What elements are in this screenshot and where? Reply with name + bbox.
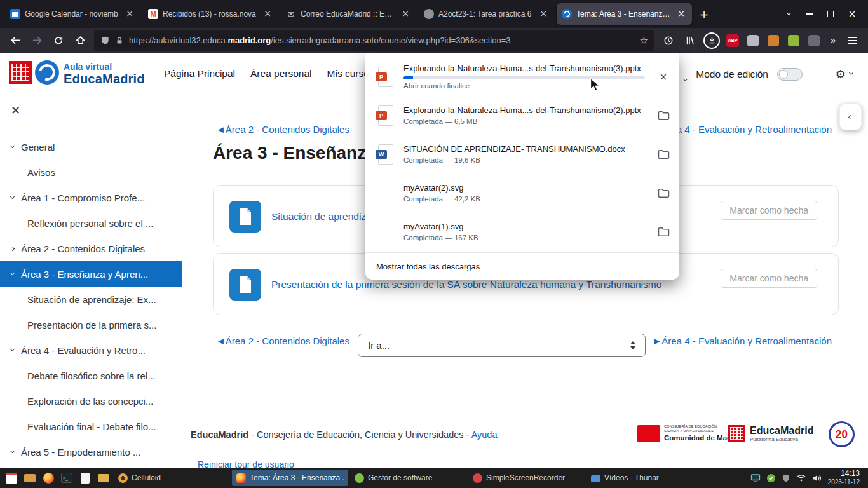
gmail-favicon-icon: M	[148, 9, 158, 19]
forward-button[interactable]	[27, 31, 47, 50]
tracking-shield-icon[interactable]	[100, 36, 110, 45]
clock-icon	[663, 36, 674, 46]
tab-close-icon[interactable]: ×	[124, 8, 135, 20]
tab-close-icon[interactable]: ×	[262, 8, 273, 20]
sidebar-item-exploracion[interactable]: Exploración de las concepci...	[0, 388, 182, 414]
educamadrid-grid-logo[interactable]	[9, 61, 32, 84]
mark-done-button[interactable]: Marcar como hecha	[721, 201, 817, 220]
footer-brand: EducaMadrid	[191, 430, 248, 440]
aula-virtual-circle-logo[interactable]	[35, 60, 59, 85]
download-info: myAvatar(1).svg Completada — 167 KB	[403, 222, 645, 241]
window-maximize-button[interactable]	[820, 0, 841, 28]
launcher-calendar-icon[interactable]	[3, 470, 20, 486]
display-tray-icon[interactable]	[750, 473, 761, 483]
launcher-files-icon[interactable]	[22, 470, 38, 486]
reload-button[interactable]	[48, 31, 69, 50]
taskbar-window-thunar[interactable]: Vídeos - Thunar	[587, 470, 703, 486]
history-button[interactable]	[658, 31, 679, 50]
download-item-in-progress[interactable]: P Explorando-la-Naturaleza-Huma...s-del-…	[365, 57, 679, 96]
sidebar-item-debate[interactable]: Debate filosófico sobre la rel...	[0, 363, 182, 388]
downloads-button[interactable]	[703, 32, 720, 49]
sidebar-item-presentacion[interactable]: Presentación de la primera s...	[0, 312, 182, 337]
adblock-plus-icon[interactable]: ABP	[726, 34, 739, 47]
extension-gray-icon[interactable]	[808, 35, 820, 46]
tab-close-icon[interactable]: ×	[400, 8, 411, 20]
taskbar-window-firefox-active[interactable]: Tema: Área 3 - Enseñanza ...	[232, 470, 348, 486]
footer-help-link[interactable]: Ayuda	[471, 430, 498, 440]
activity-link-situacion[interactable]: Situación de aprendiza	[271, 211, 372, 222]
menu-button[interactable]	[843, 31, 863, 50]
open-containing-folder-button[interactable]	[653, 144, 674, 165]
shield-check-tray-icon[interactable]	[766, 473, 776, 483]
taskbar-window-screenrecorder[interactable]: SimpleScreenRecorder	[468, 470, 585, 486]
tab-close-icon[interactable]: ×	[538, 8, 549, 20]
nav-area-personal[interactable]: Área personal	[250, 68, 312, 79]
activity-link-presentacion[interactable]: Presentación de la primera sesión de la …	[271, 279, 661, 290]
open-block-drawer-button[interactable]	[839, 104, 862, 130]
mark-done-button[interactable]: Marcar como hecha	[721, 269, 817, 288]
sidebar-section-area3-active[interactable]: Área 3 - Enseñanza y Apren...	[0, 261, 182, 287]
download-item[interactable]: P Explorando-la-Naturaleza-Huma...s-del-…	[365, 96, 679, 135]
prev-section-link-bottom[interactable]: ◄Área 2 - Contenidos Digitales	[216, 336, 349, 346]
sidebar-section-area1[interactable]: Área 1 - Compromiso Profe...	[0, 185, 182, 210]
bookmark-star-icon[interactable]: ☆	[640, 35, 648, 46]
download-item[interactable]: myAvatar(2).svg Completada — 42,2 KB	[365, 173, 679, 212]
sidebar-item-reflexion[interactable]: Reflexión personal sobre el ...	[0, 210, 182, 236]
launcher-firefox-icon[interactable]	[40, 470, 57, 486]
nav-pagina-principal[interactable]: Página Principal	[164, 68, 235, 79]
shield-tray-icon[interactable]	[782, 473, 790, 483]
prev-section-link-top[interactable]: ◄Área 2 - Contenidos Digitales	[216, 124, 349, 135]
volume-tray-icon[interactable]	[812, 473, 822, 483]
back-button[interactable]	[5, 31, 25, 50]
wifi-tray-icon[interactable]	[796, 473, 806, 482]
tab-tarea-practica[interactable]: A2oct23-1: Tarea práctica 6 ×	[419, 3, 554, 25]
edit-mode-toggle[interactable]	[777, 68, 803, 81]
library-button[interactable]	[680, 31, 700, 50]
open-containing-folder-button[interactable]	[653, 221, 674, 243]
launcher-notes-icon[interactable]	[77, 470, 93, 486]
new-tab-button[interactable]: +	[695, 4, 714, 24]
launcher-folder-icon[interactable]	[95, 470, 112, 486]
download-item[interactable]: W SITUACIÓN DE APRENDIZAJE- TRANSHUMANIS…	[365, 135, 679, 173]
sidebar-section-area5[interactable]: Área 5 - Empoderamiento ...	[0, 439, 182, 464]
settings-menu-button[interactable]: ⚙	[836, 67, 853, 81]
lock-icon[interactable]	[115, 36, 124, 45]
sidebar-section-area2[interactable]: Área 2 - Contenidos Digitales	[0, 236, 182, 261]
list-all-tabs-button[interactable]	[779, 4, 798, 24]
system-tray: 14:13 2023-11-12	[750, 469, 865, 487]
tab-tema-area3-active[interactable]: Tema: Área 3 - Enseñanza y ×	[557, 3, 692, 25]
tab-close-icon[interactable]: ×	[675, 8, 687, 20]
sidebar-item-evaluacion-final[interactable]: Evaluación final - Debate filo...	[0, 414, 182, 439]
taskbar-window-software-manager[interactable]: Gestor de software	[350, 470, 466, 486]
nav-more-chevron-icon[interactable]	[684, 72, 687, 83]
sidebar-item-avisos[interactable]: Avisos	[0, 159, 182, 185]
toolbar-overflow-button[interactable]: »	[825, 35, 841, 46]
open-containing-folder-button[interactable]	[653, 182, 674, 204]
taskbar-clock[interactable]: 14:13 2023-11-12	[828, 469, 860, 487]
tab-gmail-inbox[interactable]: M Recibidos (13) - rossa.nova ×	[143, 3, 278, 25]
sidebar-section-general[interactable]: General	[0, 134, 182, 159]
site-brand[interactable]: Aula virtual EducaMadrid	[64, 62, 145, 86]
sidebar-section-area4[interactable]: Área 4 - Evaluación y Retro...	[0, 337, 182, 363]
next-section-link-bottom[interactable]: ►Área 4 - Evaluación y Retroalimentación	[653, 336, 832, 346]
home-button[interactable]	[70, 31, 90, 50]
extension-notes-icon[interactable]	[747, 35, 759, 46]
download-item[interactable]: myAvatar(1).svg Completada — 167 KB	[365, 212, 679, 251]
tab-correo-educamadrid[interactable]: ✉ Correo EducaMadrid :: Entra ×	[281, 3, 416, 25]
close-course-index-button[interactable]: ×	[11, 104, 20, 116]
window-minimize-button[interactable]	[798, 0, 820, 28]
svg-image-thumbnail	[376, 222, 396, 242]
extension-orange-icon[interactable]	[768, 35, 779, 46]
jump-to-select[interactable]: Ir a...	[358, 334, 646, 357]
tab-google-calendar[interactable]: Google Calendar - noviemb ×	[5, 3, 140, 25]
address-bar[interactable]: https://aulavirtual32.educa.madrid.org/i…	[94, 30, 654, 51]
show-all-downloads-button[interactable]: Mostrar todas las descargas	[365, 253, 679, 280]
sidebar-item-situacion[interactable]: Situación de aprendizaje: Ex...	[0, 287, 182, 312]
browser-toolbar: https://aulavirtual32.educa.madrid.org/i…	[0, 28, 868, 53]
taskbar-window-celluloid[interactable]: Celluloid	[114, 470, 230, 486]
launcher-terminal-icon[interactable]: >_	[58, 470, 75, 486]
open-containing-folder-button[interactable]	[653, 105, 674, 126]
cancel-download-button[interactable]: ×	[653, 66, 674, 88]
extension-green-icon[interactable]	[788, 35, 799, 46]
window-close-button[interactable]: ×	[841, 0, 863, 28]
